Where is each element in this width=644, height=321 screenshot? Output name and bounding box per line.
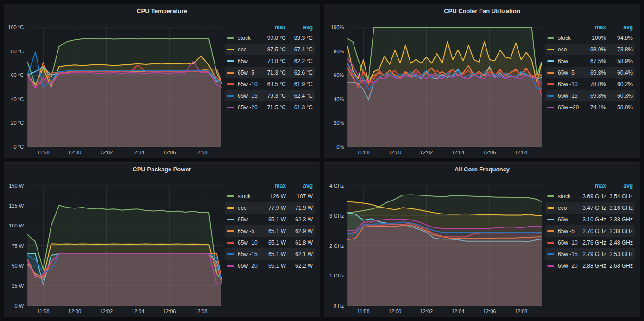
legend-series-name-stock[interactable]: stock xyxy=(238,193,259,200)
legend-header-max[interactable]: max xyxy=(259,183,286,189)
legend-header-avg[interactable]: avg xyxy=(286,183,313,189)
legend-series-name-eco[interactable]: eco xyxy=(558,46,579,53)
legend-series-name-65w-10[interactable]: 65w -10 xyxy=(238,81,259,88)
series-color-swatch-stock xyxy=(547,37,554,39)
panel-title-cpu-package-power[interactable]: CPU Package Power xyxy=(4,163,320,176)
legend-series-name-65w-15[interactable]: 65w -15 xyxy=(238,93,259,99)
x-axis-tick-label: 12:02 xyxy=(100,308,113,314)
series-color-swatch-65w-20 xyxy=(227,107,234,108)
legend-series-name-65w-5[interactable]: 65w -5 xyxy=(558,228,579,234)
legend-row-65w-20: 65w –2074.1%58.8% xyxy=(545,101,635,113)
y-axis-tick-label: 80 °C xyxy=(11,49,24,54)
legend-max-value-stock: 100% xyxy=(579,35,606,41)
panel-title-cpu-temperature[interactable]: CPU Temperature xyxy=(4,4,320,17)
legend-avg-value-65w: 62.3 W xyxy=(286,216,313,223)
legend-row-65w-15: 65w -1565.1 W62.1 W xyxy=(225,248,315,260)
legend-avg-value-65w-20: 58.8% xyxy=(606,104,633,111)
legend-series-name-65w[interactable]: 65w xyxy=(238,58,259,64)
series-color-swatch-65w-5 xyxy=(547,230,554,232)
legend-series-name-stock[interactable]: stock xyxy=(558,193,579,200)
dashboard-grid: CPU Temperature 0 °C20 °C40 °C60 °C80 °C… xyxy=(0,0,644,321)
x-axis-tick-label: 11:58 xyxy=(37,308,50,314)
legend-series-name-65w[interactable]: 65w xyxy=(558,58,579,64)
panel-body: 0 W25 W50 W75 W100 W125 W150 W11:5812:00… xyxy=(4,176,320,317)
legend-series-name-65w-5[interactable]: 65w -5 xyxy=(558,69,579,76)
legend-header-avg[interactable]: avg xyxy=(286,24,313,31)
legend-avg-value-65w-20: 2.68 GHz xyxy=(606,263,633,269)
legend-max-value-65w-15: 2.79 GHz xyxy=(579,251,606,258)
time-series-plot-all-core-frequency[interactable]: 0 Hz1 GHz2 GHz3 GHz4 GHz11:5812:0012:021… xyxy=(324,176,545,317)
legend-header-avg[interactable]: avg xyxy=(606,24,633,31)
legend-header-avg[interactable]: avg xyxy=(606,183,633,189)
x-axis-tick-label: 12:04 xyxy=(132,308,145,314)
panel-body: 0 Hz1 GHz2 GHz3 GHz4 GHz11:5812:0012:021… xyxy=(324,176,640,317)
x-axis-tick-label: 12:06 xyxy=(483,308,496,314)
legend-table-cpu-temperature: maxavgstock90.8 °C83.3 °Ceco87.5 °C67.4 … xyxy=(225,17,320,158)
legend-header-max[interactable]: max xyxy=(259,24,286,31)
legend-max-value-65w-5: 65.1 W xyxy=(259,228,286,234)
legend-series-name-65w-20[interactable]: 65w -20 xyxy=(238,263,259,269)
panel-body: 0 °C20 °C40 °C60 °C80 °C100 °C11:5812:00… xyxy=(4,17,320,158)
legend-row-65w-15: 65w -152.79 GHz2.53 GHz xyxy=(545,248,635,260)
panel-all-core-frequency: All Core Frequency 0 Hz1 GHz2 GHz3 GHz4 … xyxy=(324,162,640,317)
time-series-plot-cpu-cooler-fan-utilization[interactable]: 0%20%40%60%80%100%11:5812:0012:0212:0412… xyxy=(324,17,545,158)
legend-series-name-65w-10[interactable]: 65w -10 xyxy=(238,239,259,246)
series-color-swatch-65w-5 xyxy=(547,72,554,74)
legend-row-stock: stock126 W107 W xyxy=(225,190,315,202)
legend-table-all-core-frequency: maxavgstock3.69 GHz3.54 GHzeco3.47 GHz3.… xyxy=(545,176,640,317)
legend-series-name-65w-10[interactable]: 65w -10 xyxy=(558,239,579,246)
y-axis-tick-label: 0 Hz xyxy=(333,303,344,308)
legend-series-name-65w[interactable]: 65w xyxy=(558,216,579,223)
legend-avg-value-65w-15: 62.4 °C xyxy=(286,93,313,99)
legend-row-eco: eco87.5 °C67.4 °C xyxy=(225,44,315,55)
series-color-swatch-65w-10 xyxy=(547,83,554,85)
legend-max-value-65w-10: 65.1 W xyxy=(259,239,286,246)
panel-body: 0%20%40%60%80%100%11:5812:0012:0212:0412… xyxy=(324,17,640,158)
y-axis-tick-label: 0 W xyxy=(15,303,24,308)
legend-series-name-65w-15[interactable]: 65w -15 xyxy=(238,251,259,258)
legend-header-max[interactable]: max xyxy=(579,183,606,189)
legend-max-value-65w-15: 69.8% xyxy=(579,93,606,99)
y-axis-tick-label: 4 GHz xyxy=(329,183,344,189)
panel-title-all-core-frequency[interactable]: All Core Frequency xyxy=(324,163,640,176)
legend-series-name-eco[interactable]: eco xyxy=(558,205,579,211)
legend-series-name-65w-20[interactable]: 65w -20 xyxy=(238,104,259,111)
legend-max-value-65w-20: 2.88 GHz xyxy=(579,263,606,269)
series-color-swatch-65w-15 xyxy=(547,253,554,255)
legend-series-name-65w-5[interactable]: 65w -5 xyxy=(238,69,259,76)
legend-max-value-65w: 3.10 GHz xyxy=(579,216,606,223)
legend-header-max[interactable]: max xyxy=(579,24,606,31)
legend-max-value-65w-15: 65.1 W xyxy=(259,251,286,258)
x-axis-tick-label: 12:08 xyxy=(515,308,528,314)
legend-row-eco: eco3.47 GHz3.16 GHz xyxy=(545,202,635,214)
legend-series-name-eco[interactable]: eco xyxy=(238,205,259,211)
x-axis-tick-label: 12:00 xyxy=(389,150,402,155)
legend-header-row: maxavg xyxy=(545,181,635,190)
x-axis-tick-label: 12:08 xyxy=(515,150,528,155)
x-axis-tick-label: 12:04 xyxy=(452,150,465,155)
series-color-swatch-eco xyxy=(227,207,234,209)
legend-max-value-eco: 98.0% xyxy=(579,46,606,53)
legend-avg-value-65w-10: 61.9 °C xyxy=(286,81,313,88)
legend-series-name-stock[interactable]: stock xyxy=(238,35,259,41)
legend-series-name-eco[interactable]: eco xyxy=(238,46,259,53)
panel-title-cpu-cooler-fan-utilization[interactable]: CPU Cooler Fan Utilization xyxy=(324,4,640,17)
time-series-plot-cpu-temperature[interactable]: 0 °C20 °C40 °C60 °C80 °C100 °C11:5812:00… xyxy=(4,17,225,158)
legend-max-value-65w: 67.5% xyxy=(579,58,606,64)
legend-series-name-65w-20[interactable]: 65w -20 xyxy=(558,263,579,269)
x-axis-tick-label: 12:06 xyxy=(163,308,176,314)
legend-series-name-65w-20[interactable]: 65w –20 xyxy=(558,104,579,111)
time-series-plot-cpu-package-power[interactable]: 0 W25 W50 W75 W100 W125 W150 W11:5812:00… xyxy=(4,176,225,317)
legend-header-spacer xyxy=(227,26,234,28)
legend-series-name-stock[interactable]: stock xyxy=(558,35,579,41)
legend-series-name-65w-15[interactable]: 65w -15 xyxy=(558,93,579,99)
legend-series-name-65w-10[interactable]: 65w -10 xyxy=(558,81,579,88)
legend-avg-value-stock: 3.54 GHz xyxy=(606,193,633,200)
legend-series-name-65w-15[interactable]: 65w -15 xyxy=(558,251,579,258)
series-color-swatch-eco xyxy=(547,207,554,209)
series-color-swatch-65w-15 xyxy=(227,95,234,97)
legend-series-name-65w[interactable]: 65w xyxy=(238,216,259,223)
legend-row-65w-5: 65w -569.8%60.4% xyxy=(545,67,635,78)
legend-series-name-65w-5[interactable]: 65w -5 xyxy=(238,228,259,234)
panel-cpu-cooler-fan-utilization: CPU Cooler Fan Utilization 0%20%40%60%80… xyxy=(324,4,640,158)
